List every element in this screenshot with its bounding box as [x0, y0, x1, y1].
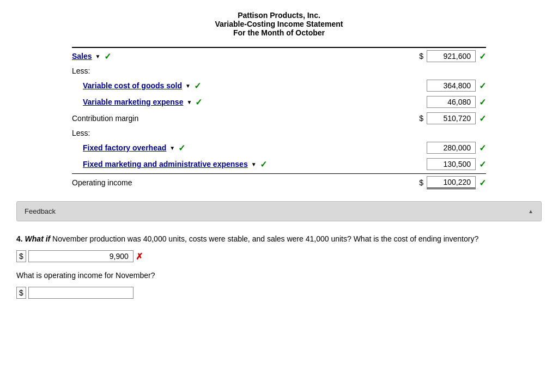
operating-dollar-prefix: $ — [16, 287, 26, 299]
question4-body: November production was 40,000 units, co… — [50, 234, 478, 243]
fma-check-icon: ✓ — [260, 159, 267, 170]
operating-q-text: What is operating income for November? — [16, 270, 542, 281]
contribution-check-icon: ✓ — [479, 113, 486, 124]
vcogs-dropdown-icon[interactable]: ▼ — [185, 83, 191, 89]
operating-check-icon: ✓ — [479, 178, 486, 188]
operating-text: Operating income — [72, 178, 132, 187]
vmarketing-dropdown-icon[interactable]: ▼ — [186, 99, 192, 105]
feedback-label: Feedback — [25, 207, 56, 215]
sales-dropdown-icon[interactable]: ▼ — [95, 53, 101, 59]
vmarketing-link[interactable]: Variable marketing expense — [83, 98, 183, 106]
company-name: Pattison Products, Inc. — [16, 11, 542, 20]
operating-input-row: $ — [16, 287, 542, 299]
fma-value-box: 130,500 — [427, 158, 476, 170]
fma-dropdown-icon[interactable]: ▼ — [251, 161, 257, 167]
sales-value-box: 921,600 — [427, 50, 476, 62]
operating-value-cell: $ 100,220 ✓ — [399, 176, 486, 189]
sales-dollar-sign: $ — [419, 52, 423, 61]
contribution-value-box: 510,720 — [427, 112, 476, 124]
fma-row: Fixed marketing and administrative expen… — [72, 156, 486, 172]
fma-value-check-icon: ✓ — [479, 159, 486, 170]
period: For the Month of October — [16, 28, 542, 37]
vmarketing-value-check-icon: ✓ — [479, 97, 486, 107]
contribution-label-group: Contribution margin — [72, 114, 399, 123]
vcogs-link[interactable]: Variable cost of goods sold — [83, 81, 182, 90]
less1-label: Less: — [72, 67, 486, 75]
fma-label-group: Fixed marketing and administrative expen… — [72, 159, 399, 170]
vcogs-value-check-icon: ✓ — [479, 81, 486, 91]
contribution-row: Contribution margin $ 510,720 ✓ — [72, 110, 486, 126]
question4-number: 4. — [16, 234, 25, 243]
ffo-dropdown-icon[interactable]: ▼ — [169, 145, 175, 151]
vcogs-row: Variable cost of goods sold ▼ ✓ 364,800 … — [72, 77, 486, 94]
operating-label-group: Operating income — [72, 178, 399, 187]
ffo-value-cell: 280,000 ✓ — [399, 142, 486, 154]
vmarketing-value-cell: 46,080 ✓ — [399, 96, 486, 108]
contribution-value-cell: $ 510,720 ✓ — [399, 112, 486, 124]
ffo-value-box: 280,000 — [427, 142, 476, 154]
sales-row: Sales ▼ ✓ $ 921,600 ✓ — [72, 48, 486, 64]
statement-title: Variable-Costing Income Statement — [16, 20, 542, 28]
feedback-arrow-icon: ▲ — [528, 208, 533, 214]
less1-text: Less: — [72, 67, 90, 75]
income-statement: Sales ▼ ✓ $ 921,600 ✓ Less: Variable cos… — [72, 47, 486, 191]
sales-check-icon: ✓ — [104, 51, 111, 62]
ffo-row: Fixed factory overhead ▼ ✓ 280,000 ✓ — [72, 140, 486, 156]
vcogs-value-cell: 364,800 ✓ — [399, 80, 486, 92]
less2-row: Less: — [72, 126, 486, 140]
question4-whatif: What if — [25, 234, 51, 243]
question4-section: 4. What if November production was 40,00… — [16, 233, 542, 299]
inventory-input-row: $ ✗ — [16, 250, 542, 262]
vmarketing-label-group: Variable marketing expense ▼ ✓ — [72, 97, 399, 107]
ffo-value-check-icon: ✓ — [479, 143, 486, 153]
less2-label: Less: — [72, 129, 486, 137]
less1-row: Less: — [72, 64, 486, 77]
inventory-input[interactable] — [28, 250, 134, 262]
fma-value-cell: 130,500 ✓ — [399, 158, 486, 170]
sales-label-group: Sales ▼ ✓ — [72, 51, 399, 62]
ffo-check-icon: ✓ — [178, 143, 185, 153]
contribution-dollar-sign: $ — [419, 114, 423, 123]
sales-value-cell: $ 921,600 ✓ — [399, 50, 486, 62]
contribution-text: Contribution margin — [72, 114, 138, 123]
question4-text: 4. What if November production was 40,00… — [16, 233, 542, 245]
feedback-bar[interactable]: Feedback ▲ — [16, 201, 542, 221]
inventory-wrong-icon: ✗ — [136, 251, 143, 262]
vmarketing-check-icon: ✓ — [195, 97, 202, 107]
operating-value-box: 100,220 — [427, 176, 476, 189]
operating-dollar-sign: $ — [419, 178, 423, 187]
ffo-link[interactable]: Fixed factory overhead — [83, 143, 166, 152]
operating-income-input[interactable] — [28, 287, 134, 299]
vmarketing-value-box: 46,080 — [427, 96, 476, 108]
sales-link[interactable]: Sales — [72, 52, 92, 61]
ffo-label-group: Fixed factory overhead ▼ ✓ — [72, 143, 399, 153]
sales-value-check-icon: ✓ — [479, 51, 486, 62]
inventory-dollar-prefix: $ — [16, 250, 26, 262]
less2-text: Less: — [72, 129, 90, 137]
vcogs-value-box: 364,800 — [427, 80, 476, 92]
vcogs-check-icon: ✓ — [194, 81, 201, 91]
vcogs-label-group: Variable cost of goods sold ▼ ✓ — [72, 81, 399, 91]
operating-row: Operating income $ 100,220 ✓ — [72, 173, 486, 191]
page-header: Pattison Products, Inc. Variable-Costing… — [16, 11, 542, 37]
vmarketing-row: Variable marketing expense ▼ ✓ 46,080 ✓ — [72, 94, 486, 110]
fma-link[interactable]: Fixed marketing and administrative expen… — [83, 160, 248, 168]
